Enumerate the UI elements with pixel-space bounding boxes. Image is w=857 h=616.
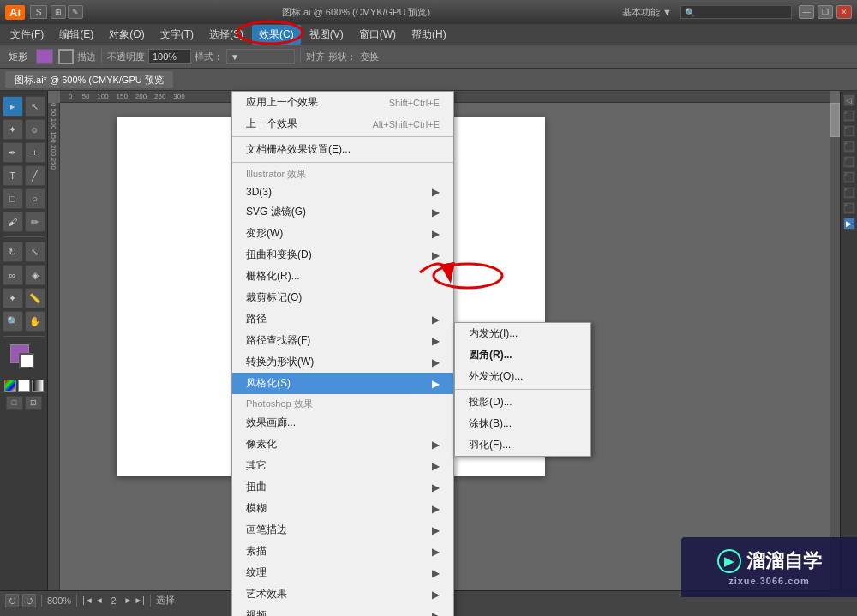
submenu-drop-shadow[interactable]: 投影(D)...	[455, 392, 590, 413]
menu-crop-marks[interactable]: 裁剪标记(O)	[232, 287, 453, 308]
eyedrop-tool[interactable]: ✦	[3, 288, 23, 308]
status-icon1[interactable]: ⭮	[5, 594, 19, 607]
page-last[interactable]: ►|	[134, 595, 145, 605]
menu-3d[interactable]: 3D(3) ▶	[232, 182, 453, 201]
view-btn1[interactable]: □	[6, 396, 23, 410]
search-bar[interactable]: 🔍	[680, 5, 792, 19]
blend-tool[interactable]: ∞	[3, 265, 23, 285]
stylize-submenu[interactable]: 内发光(I)... 圆角(R)... 外发光(O)... 投影(D)... 涂抹…	[454, 322, 591, 457]
status-icon2[interactable]: ⭯	[22, 594, 36, 607]
menu-warp[interactable]: 变形(W) ▶	[232, 223, 453, 244]
menu-texture[interactable]: 纹理 ▶	[232, 562, 453, 583]
right-panel-btn3[interactable]: ⬛	[843, 125, 855, 137]
submenu-round-corners[interactable]: 圆角(R)...	[455, 344, 590, 366]
grad-btn[interactable]	[32, 380, 44, 392]
rect-tool[interactable]: □	[3, 188, 23, 209]
measure-tool[interactable]: 📏	[25, 288, 45, 308]
menu-stylize[interactable]: 风格化(S) ▶	[232, 373, 453, 394]
effect-dropdown-menu[interactable]: 应用上一个效果 Shift+Ctrl+E 上一个效果 Alt+Shift+Ctr…	[231, 91, 454, 616]
line-tool[interactable]: ╱	[25, 165, 45, 186]
stroke-swatch[interactable]	[58, 49, 74, 64]
menu-div1	[232, 136, 453, 137]
right-panel-btn1[interactable]: ◁	[843, 94, 855, 106]
active-doc-tab[interactable]: 图标.ai* @ 600% (CMYK/GPU 预览	[5, 71, 173, 88]
style-selector[interactable]: ▼	[226, 49, 295, 64]
right-panel-btn9[interactable]: ▶	[843, 218, 855, 230]
menu-last-effect[interactable]: 上一个效果 Alt+Shift+Ctrl+E	[232, 113, 453, 135]
pencil-tool[interactable]: ✏	[25, 212, 45, 232]
menu-other[interactable]: 其它 ▶	[232, 455, 453, 476]
stroke-swatch2[interactable]	[19, 353, 34, 368]
menu-text[interactable]: 文字(T)	[153, 25, 201, 45]
menu-effect[interactable]: 效果(C)	[252, 25, 301, 45]
menu-help[interactable]: 帮助(H)	[405, 25, 453, 45]
menu-edit[interactable]: 编辑(E)	[52, 25, 100, 45]
scale-tool[interactable]: ⤡	[25, 242, 45, 262]
submenu-scribble[interactable]: 涂抹(B)...	[455, 413, 590, 434]
workspace-label[interactable]: 基本功能 ▼	[622, 6, 672, 19]
none-btn[interactable]	[18, 380, 30, 392]
menu-video[interactable]: 视频 ▶	[232, 605, 453, 616]
vscrollbar[interactable]	[830, 103, 840, 590]
menu-apply-last[interactable]: 应用上一个效果 Shift+Ctrl+E	[232, 92, 453, 113]
menu-distort2[interactable]: 扭曲 ▶	[232, 476, 453, 498]
menu-raster-settings[interactable]: 文档栅格效果设置(E)...	[232, 139, 453, 160]
minimize-button[interactable]: —	[799, 5, 814, 19]
right-panel-btn6[interactable]: ⬛	[843, 171, 855, 183]
menu-blur[interactable]: 模糊 ▶	[232, 498, 453, 519]
menu-distort[interactable]: 扭曲和变换(D) ▶	[232, 244, 453, 266]
toolbar-icon2[interactable]: ✎	[68, 5, 83, 19]
hand-tool[interactable]: ✋	[25, 311, 45, 332]
view-btn2[interactable]: ⊡	[25, 396, 42, 410]
menu-window[interactable]: 窗口(W)	[352, 25, 403, 45]
menu-effect-gallery[interactable]: 效果画廊...	[232, 412, 453, 434]
close-button[interactable]: ✕	[836, 5, 852, 19]
right-panel-btn4[interactable]: ⬛	[843, 141, 855, 153]
menu-rasterize[interactable]: 栅格化(R)...	[232, 266, 453, 287]
brush-tool[interactable]: 🖌	[3, 212, 23, 232]
menu-path[interactable]: 路径 ▶	[232, 308, 453, 330]
magic-wand-tool[interactable]: ✦	[3, 119, 23, 140]
page-prev[interactable]: ◄	[95, 595, 104, 605]
menu-pixelate[interactable]: 像素化 ▶	[232, 434, 453, 455]
toolbar-icon1[interactable]: ⊞	[51, 5, 66, 19]
menu-sketch[interactable]: 素描 ▶	[232, 541, 453, 562]
submenu-feather[interactable]: 羽化(F)...	[455, 434, 590, 456]
fill-color-swatch[interactable]	[36, 49, 53, 64]
right-panel-btn2[interactable]: ⬛	[843, 110, 855, 122]
page-next[interactable]: ►	[124, 595, 133, 605]
stroke-label: 描边	[77, 51, 96, 63]
right-panel-btn5[interactable]: ⬛	[843, 156, 855, 168]
menu-pathfinder[interactable]: 路径查找器(F) ▶	[232, 330, 453, 351]
menu-convert-shape[interactable]: 转换为形状(W) ▶	[232, 351, 453, 373]
tool-row-6: 🖌 ✏	[3, 212, 45, 232]
maximize-button[interactable]: ❐	[818, 5, 833, 19]
page-first[interactable]: |◄	[82, 595, 93, 605]
menu-brush-stroke[interactable]: 画笔描边 ▶	[232, 519, 453, 541]
menu-select[interactable]: 选择(S)	[202, 25, 250, 45]
menu-svg-filter[interactable]: SVG 滤镜(G) ▶	[232, 201, 453, 223]
menu-object[interactable]: 对象(O)	[102, 25, 151, 45]
type-tool[interactable]: T	[3, 165, 23, 186]
shape-selector[interactable]: 矩形	[3, 49, 33, 65]
menu-view[interactable]: 视图(V)	[303, 25, 351, 45]
direct-select-tool[interactable]: ↖	[25, 96, 45, 117]
opacity-input[interactable]	[148, 49, 191, 64]
add-anchor-tool[interactable]: +	[25, 142, 45, 163]
pen-tool[interactable]: ✒	[3, 142, 23, 163]
rotate-tool[interactable]: ↻	[3, 242, 23, 262]
ellipse-tool[interactable]: ○	[25, 188, 45, 209]
submenu-outer-glow[interactable]: 外发光(O)...	[455, 366, 590, 387]
menu-artistic[interactable]: 艺术效果 ▶	[232, 583, 453, 605]
right-panel-btn8[interactable]: ⬛	[843, 202, 855, 214]
menu-file[interactable]: 文件(F)	[3, 25, 51, 45]
gradient-tool[interactable]: ◈	[25, 265, 45, 285]
vscroll-thumb[interactable]	[830, 103, 840, 137]
right-panel-btn7[interactable]: ⬛	[843, 187, 855, 199]
color-mode-btn[interactable]	[4, 380, 16, 392]
submenu-inner-glow[interactable]: 内发光(I)...	[455, 323, 590, 344]
selection-tool[interactable]: ▸	[3, 96, 23, 117]
status-sep1	[41, 595, 42, 607]
lasso-tool[interactable]: ⌾	[25, 119, 45, 140]
zoom-tool[interactable]: 🔍	[3, 311, 23, 332]
